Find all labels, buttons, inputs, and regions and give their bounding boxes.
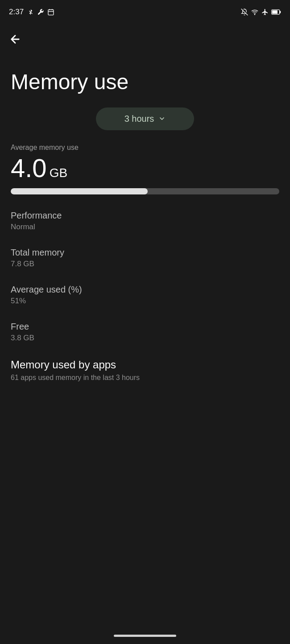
svg-point-5 [254,14,255,15]
free-memory-label: Free [11,322,279,332]
apps-section-subtitle: 61 apps used memory in the last 3 hours [11,374,279,382]
average-used-value: 51% [11,297,279,305]
time-selector-dropdown[interactable]: 3 hours [96,107,194,130]
progress-bar-fill [11,188,148,194]
apps-section-title: Memory used by apps [11,359,279,371]
wifi-icon [251,8,259,16]
time-selector-label: 3 hours [124,114,154,124]
status-icons-left [27,8,55,16]
free-memory-value: 3.8 GB [11,334,279,343]
status-bar: 2:37 [0,0,290,22]
total-memory-row: Total memory 7.8 GB [11,248,279,268]
wrench-icon [37,8,44,16]
total-memory-value: 7.8 GB [11,260,279,268]
svg-line-4 [241,9,248,16]
home-indicator [114,635,176,637]
svg-rect-0 [48,10,54,15]
memory-unit: GB [50,166,67,180]
airplane-icon [261,8,269,16]
average-used-label: Average used (%) [11,285,279,295]
svg-rect-7 [280,11,281,13]
memory-value-display: 4.0 GB [11,155,279,181]
bell-off-icon [241,8,248,16]
calendar-icon [47,8,55,16]
performance-label: Performance [11,211,279,221]
total-memory-label: Total memory [11,248,279,258]
time-selector-container: 3 hours [0,107,290,144]
memory-number: 4.0 [11,155,47,181]
memory-progress-bar [11,188,279,194]
back-button[interactable] [9,29,25,49]
average-used-row: Average used (%) 51% [11,285,279,305]
average-memory-label: Average memory use [11,144,279,152]
back-button-area [0,22,290,53]
main-content: Average memory use 4.0 GB Performance No… [0,144,290,382]
battery-icon [271,9,281,15]
performance-row: Performance Normal [11,211,279,231]
status-left: 2:37 [9,8,55,17]
svg-rect-8 [272,10,278,14]
free-memory-row: Free 3.8 GB [11,322,279,343]
bluetooth-icon [27,8,34,16]
status-time: 2:37 [9,8,24,17]
page-title: Memory use [0,53,290,107]
apps-section: Memory used by apps 61 apps used memory … [11,359,279,382]
chevron-down-icon [158,115,166,122]
back-arrow-icon [9,33,21,45]
performance-value: Normal [11,223,279,231]
status-icons-right [241,8,281,16]
